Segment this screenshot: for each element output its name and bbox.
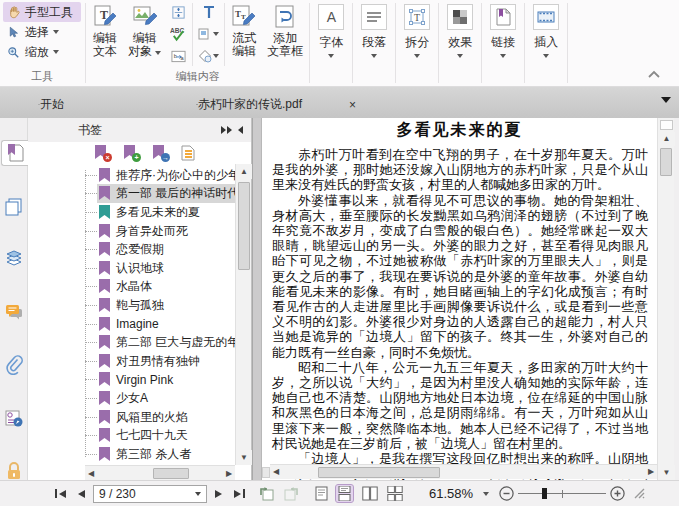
single-page-view-button[interactable] xyxy=(313,485,330,502)
collapse-panel-icon[interactable] xyxy=(238,126,243,134)
zoom-tool-button[interactable]: 缩放 xyxy=(3,42,81,62)
scroll-left-icon[interactable]: ◀ xyxy=(85,466,97,481)
first-page-button[interactable] xyxy=(55,489,66,498)
edit-text-button[interactable]: T 编辑 文本 xyxy=(87,0,123,69)
zoom-tool-label: 缩放 xyxy=(25,44,49,61)
scroll-up-icon[interactable]: ▲ xyxy=(236,164,252,179)
goto-bookmark-button[interactable]: → xyxy=(152,145,167,161)
bookmark-item[interactable]: 风箱里的火焰 xyxy=(28,408,251,427)
resize-grip-icon[interactable] xyxy=(633,485,645,503)
scrollbar-thumb[interactable] xyxy=(660,148,672,176)
bookmark-item[interactable]: 推荐序·为你心中的少年少女而写 xyxy=(28,166,251,185)
scroll-left-icon[interactable]: ◀ xyxy=(270,465,282,479)
panel-splitter[interactable] xyxy=(252,118,262,480)
font-dropdown-arrow xyxy=(328,54,334,58)
page-number-field[interactable]: 9 / 230 xyxy=(93,485,207,503)
article-box-label-2: 文章框 xyxy=(267,45,303,58)
add-text-icon[interactable] xyxy=(198,3,219,21)
last-page-button[interactable] xyxy=(234,489,245,498)
bookmark-item[interactable]: 少女A xyxy=(28,389,251,408)
next-view-button[interactable] xyxy=(283,486,299,501)
scroll-up-icon[interactable]: ▲ xyxy=(658,132,675,146)
document-vertical-scrollbar[interactable]: ▲ ▼ xyxy=(657,118,674,480)
bookmark-item[interactable]: 多看见未来的夏 xyxy=(28,203,251,222)
shapes-icon[interactable] xyxy=(198,47,219,65)
close-tab-icon[interactable]: × xyxy=(347,99,358,111)
document-horizontal-scrollbar[interactable]: ◀ ▶ xyxy=(270,464,657,479)
effects-label: 效果 xyxy=(448,34,472,51)
link-button[interactable]: 链接 xyxy=(483,0,523,86)
signature-panel-button[interactable] xyxy=(1,405,27,431)
add-article-box-button[interactable]: 添加 文章框 xyxy=(262,0,308,69)
bookmark-item[interactable]: 鞄与孤独 xyxy=(28,296,251,315)
continuous-view-button[interactable] xyxy=(336,485,353,502)
callout-icon[interactable] xyxy=(198,25,219,43)
bookmark-label: 水晶体 xyxy=(116,278,152,295)
tab-list-dropdown-icon[interactable] xyxy=(661,97,671,103)
paragraph-button[interactable]: 段落 xyxy=(354,0,394,86)
tab-start[interactable]: 开始 xyxy=(26,91,178,118)
bookmark-item[interactable]: 恋爱假期 xyxy=(28,240,251,259)
add-bookmark-button[interactable]: + xyxy=(123,145,138,161)
bookmark-item[interactable]: Virgin Pink xyxy=(28,371,251,390)
bookmark-item[interactable]: 身首异处而死 xyxy=(28,222,251,241)
ribbon-separator xyxy=(85,3,86,83)
layers-panel-button[interactable] xyxy=(1,246,27,272)
previous-view-button[interactable] xyxy=(259,486,275,501)
comments-panel-button[interactable] xyxy=(1,299,27,325)
expand-panel-icon[interactable] xyxy=(221,126,232,134)
bookmark-item[interactable]: 第一部 最后的神话时代 xyxy=(28,185,251,204)
edit-object-button[interactable]: 编辑 对象 xyxy=(123,0,166,69)
select-tool-label: 选择 xyxy=(25,24,49,41)
facing-view-button[interactable] xyxy=(361,485,378,502)
bookmark-item[interactable]: 对丑男情有独钟 xyxy=(28,352,251,371)
scroll-down-icon[interactable]: ▼ xyxy=(658,465,675,480)
bookmark-item[interactable]: 七七四十九天 xyxy=(28,426,251,445)
flow-edit-button[interactable]: TT 流式 编辑 xyxy=(226,0,262,69)
scrollbar-thumb[interactable] xyxy=(318,467,440,478)
scroll-right-icon[interactable]: ▶ xyxy=(645,465,657,479)
zoom-slider-thumb[interactable] xyxy=(542,488,547,499)
bookmarks-vertical-scrollbar[interactable]: ▲ ▼ xyxy=(235,164,251,465)
collapse-ribbon-chevron-icon[interactable] xyxy=(647,66,661,76)
zoom-dropdown-arrow[interactable] xyxy=(483,492,489,496)
scrollbar-thumb[interactable] xyxy=(238,182,250,270)
bookmark-item[interactable]: Imagine xyxy=(28,315,251,334)
scrollbar-thumb[interactable] xyxy=(153,468,189,479)
zoom-out-button[interactable] xyxy=(499,486,514,501)
spellcheck-icon[interactable]: ABC xyxy=(170,25,187,43)
pdf-page[interactable]: 多看见未来的夏 赤朽叶万叶看到在空中飞翔的男子，在十岁那年夏天。万叶是我的外婆，… xyxy=(262,118,657,480)
pages-panel-button[interactable] xyxy=(1,193,27,219)
bookmark-item[interactable]: 水晶体 xyxy=(28,278,251,297)
expand-bookmarks-button[interactable] xyxy=(181,145,196,161)
bookmarks-horizontal-scrollbar[interactable]: ◀ ▶ xyxy=(85,465,235,480)
zoom-slider[interactable] xyxy=(518,493,606,494)
continuous-facing-view-button[interactable] xyxy=(386,485,403,502)
select-tool-button[interactable]: 选择 xyxy=(3,22,81,42)
bookmark-item[interactable]: 第三部 杀人者 xyxy=(28,445,251,464)
effects-button[interactable]: 效果 xyxy=(440,0,480,86)
zoom-percentage[interactable]: 61.58% xyxy=(429,486,473,501)
bookmark-item[interactable]: 第二部 巨大与虚无的年代 xyxy=(28,333,251,352)
previous-page-button[interactable] xyxy=(78,490,85,498)
hand-tool-button[interactable]: 手型工具 xyxy=(3,2,81,22)
delete-bookmark-button[interactable]: × xyxy=(94,145,109,161)
attachments-panel-button[interactable] xyxy=(1,352,27,378)
insert-button[interactable]: 插入 xyxy=(526,0,566,86)
bookmarks-panel-button[interactable] xyxy=(1,140,29,166)
scrollbar-split-handle[interactable] xyxy=(660,120,673,130)
scroll-down-icon[interactable]: ▼ xyxy=(236,450,252,465)
scroll-right-icon[interactable]: ▶ xyxy=(223,466,235,481)
ribbon-separator xyxy=(481,3,482,83)
zoom-in-button[interactable] xyxy=(610,486,625,501)
swap-text-icon[interactable]: ba xyxy=(170,47,187,65)
tab-document[interactable]: 赤朽叶家的传说.pdf × xyxy=(184,91,370,118)
tree-line xyxy=(85,170,86,457)
next-page-button[interactable] xyxy=(215,490,222,498)
bookmark-item[interactable]: 认识地球 xyxy=(28,259,251,278)
font-button[interactable]: A 字体 xyxy=(311,0,351,86)
tree-line xyxy=(85,379,97,380)
split-button[interactable]: T 拆分 xyxy=(397,0,437,86)
split-merge-text-icon[interactable] xyxy=(170,3,187,21)
ribbon-separator xyxy=(352,3,353,83)
